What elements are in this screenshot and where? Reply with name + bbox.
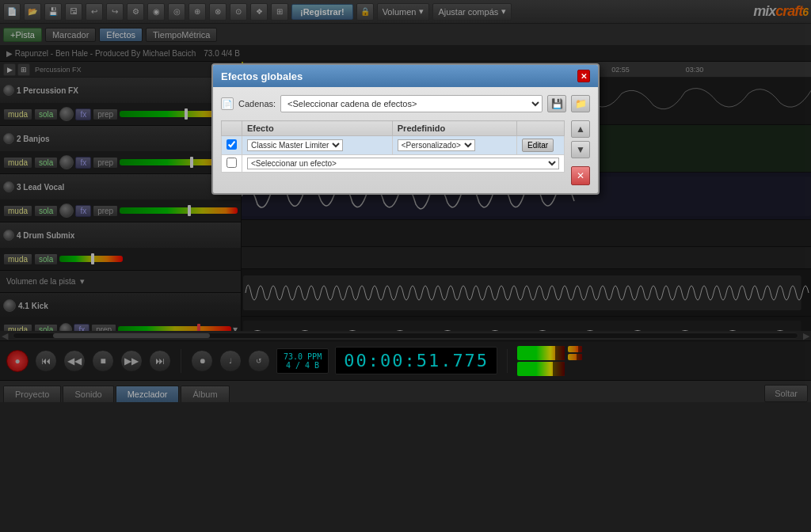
effect-row-add: <Seleccionar un efecto> [222,155,565,173]
modal-overlay: Efectos globales ✕ 📄 Cadenas: <Seleccion… [0,0,811,532]
col-efecto: Efecto [242,121,393,136]
col-predefinido: Predefinido [392,121,516,136]
col-checkbox [222,121,242,136]
modal-close-button[interactable]: ✕ [577,70,590,82]
effect-1-preset-cell: <Personalizado> [392,136,516,155]
modal-body: 📄 Cadenas: <Seleccionar cadena de efecto… [213,87,598,193]
effect-add-select-cell: <Seleccionar un efecto> [242,155,565,173]
effects-table: Efecto Predefinido [221,120,565,173]
modal-side-buttons: ▲ ▼ ✕ [571,120,590,185]
move-up-button[interactable]: ▲ [571,120,590,138]
efectos-globales-modal: Efectos globales ✕ 📄 Cadenas: <Seleccion… [211,63,600,195]
modal-title-bar: Efectos globales ✕ [213,65,598,87]
effect-1-checkbox[interactable] [227,139,237,150]
effect-1-preset-select[interactable]: <Personalizado> [398,139,475,151]
effects-table-wrapper: Efecto Predefinido [221,120,565,185]
file-icon: 📄 [221,97,234,110]
effect-row-1: Classic Master Limiter <Personalizado> [222,136,565,155]
load-chain-button[interactable]: 📁 [571,95,590,112]
move-down-button[interactable]: ▼ [571,141,590,158]
effect-1-edit-cell: Editar [517,136,565,155]
effect-add-checkbox-cell [222,155,242,173]
delete-effect-button[interactable]: ✕ [571,166,590,185]
edit-effect-button[interactable]: Editar [522,139,554,152]
save-chain-button[interactable]: 💾 [547,95,566,112]
effect-add-select[interactable]: <Seleccionar un efecto> [247,158,559,169]
effect-1-name-select[interactable]: Classic Master Limiter [247,139,343,151]
cadenas-label: Cadenas: [238,99,276,108]
col-edit [517,121,565,136]
effect-add-checkbox[interactable] [227,158,237,168]
effect-1-checkbox-cell [222,136,242,155]
cadenas-row: 📄 Cadenas: <Seleccionar cadena de efecto… [221,95,590,112]
modal-title-text: Efectos globales [221,70,303,82]
effect-1-name-cell: Classic Master Limiter [242,136,393,155]
cadenas-select[interactable]: <Seleccionar cadena de efectos> [280,95,543,112]
effects-table-area: Efecto Predefinido [221,120,590,185]
